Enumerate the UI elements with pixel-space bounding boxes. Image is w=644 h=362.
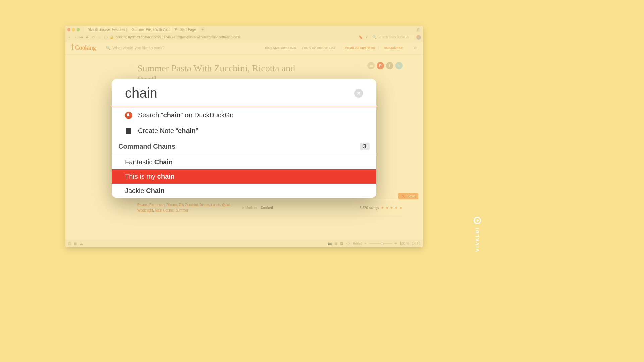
- ratings-count: 5,570 ratings: [360, 206, 379, 210]
- nav-grocery[interactable]: YOUR GROCERY LIST: [302, 46, 336, 50]
- url-field[interactable]: cooking.nytimes.com/recipes/1017463-summ…: [116, 35, 240, 39]
- closed-tabs-icon[interactable]: 🗑: [417, 27, 420, 32]
- recipe-tags: Pastas, Parmesan, Ricotta, Ziti, Zucchin…: [137, 202, 241, 213]
- share-buttons: ✉ P f t: [367, 62, 403, 69]
- dropdown-icon[interactable]: ▾: [365, 35, 369, 39]
- shield-icon[interactable]: ◯: [104, 35, 108, 39]
- qc-input[interactable]: [125, 85, 354, 101]
- vivaldi-watermark: VIVALDI: [474, 217, 481, 252]
- recipe-search[interactable]: 🔍 What would you like to cook?: [106, 46, 206, 50]
- save-button[interactable]: 🔖 Save: [398, 193, 418, 199]
- tag-link[interactable]: Pastas: [137, 203, 148, 207]
- close-icon[interactable]: ✕: [354, 89, 363, 98]
- gear-icon[interactable]: ⚙: [413, 46, 417, 50]
- vivaldi-logo-icon: [474, 217, 481, 224]
- tab-label: Start Page: [180, 28, 196, 32]
- quick-commands-dialog: ✕ Search “chain” on DuckDuckGo Create No…: [112, 79, 376, 198]
- minimize-window-icon[interactable]: [72, 28, 75, 31]
- tag-link[interactable]: Parmesan: [149, 203, 165, 207]
- zoom-slider[interactable]: [369, 243, 392, 244]
- site-header: İCooking 🔍 What would you like to cook? …: [65, 41, 423, 55]
- home-button[interactable]: ⌂: [98, 35, 102, 39]
- new-tab-button[interactable]: +: [200, 27, 205, 32]
- tag-link[interactable]: Weeknight: [137, 208, 153, 212]
- facebook-share-icon[interactable]: f: [386, 62, 393, 69]
- nav-bbq[interactable]: BBQ AND GRILLING: [265, 46, 297, 50]
- zoom-in-icon[interactable]: +: [395, 242, 397, 245]
- email-share-icon[interactable]: ✉: [367, 62, 375, 69]
- panel-toggle-icon[interactable]: ▥: [68, 242, 71, 245]
- recipe-search-placeholder: What would you like to cook?: [112, 46, 164, 50]
- tag-link[interactable]: Summer: [176, 208, 189, 212]
- bookmark-icon: 🔖: [402, 194, 406, 198]
- site-logo[interactable]: İCooking: [71, 44, 96, 51]
- fast-forward-button[interactable]: ⏭: [86, 35, 90, 39]
- devtools-icon[interactable]: <>: [346, 242, 350, 245]
- qc-section-count: 3: [360, 143, 370, 150]
- header-nav: BBQ AND GRILLING YOUR GROCERY LIST YOUR …: [265, 46, 404, 50]
- profile-avatar-icon[interactable]: [416, 35, 421, 40]
- mark-cooked[interactable]: ⊘ Mark as Cooked: [241, 202, 273, 213]
- qc-section-command-chains: Command Chains 3: [112, 139, 376, 155]
- qc-result-item[interactable]: This is my chain: [112, 169, 376, 184]
- status-bar: ▥ ▦ ☁ 📷 ▦ 🖼 <> Reset − + 100 % 14:48: [65, 240, 423, 247]
- search-field[interactable]: 🔍 Search DuckDuckGo: [371, 35, 414, 40]
- tag-link[interactable]: Quick: [222, 203, 231, 207]
- ratings: 5,570 ratings ★ ★ ★ ★ ★: [360, 202, 403, 213]
- search-icon: 🔍: [372, 35, 376, 39]
- twitter-share-icon[interactable]: t: [395, 62, 403, 69]
- recipe-meta: Pastas, Parmesan, Ricotta, Ziti, Zucchin…: [137, 199, 403, 217]
- tag-link[interactable]: Ricotta: [166, 203, 177, 207]
- back-button[interactable]: ‹: [67, 35, 71, 39]
- image-toggle-icon[interactable]: 🖼: [340, 242, 343, 245]
- page-actions-icon[interactable]: ▦: [334, 242, 337, 245]
- qc-search-web[interactable]: Search “chain” on DuckDuckGo: [112, 107, 376, 123]
- pinterest-share-icon[interactable]: P: [377, 62, 384, 69]
- nav-subscribe[interactable]: SUBSCRIBE: [384, 46, 403, 50]
- tab-vivaldi-features[interactable]: Vivaldi Browser Features |: [84, 26, 127, 33]
- tab-start-page[interactable]: Start Page: [172, 26, 198, 33]
- check-circle-icon: ⊘: [241, 206, 244, 210]
- tag-link[interactable]: Main Course: [155, 208, 174, 212]
- tab-label: Summer Pasta With Zucc: [132, 28, 170, 32]
- maximize-window-icon[interactable]: [77, 28, 80, 31]
- window-controls: [67, 28, 80, 31]
- zoom-reset[interactable]: Reset: [353, 242, 362, 245]
- note-icon: [125, 127, 132, 135]
- search-placeholder: Search DuckDuckGo: [377, 35, 409, 39]
- lock-icon: 🔒: [110, 35, 114, 39]
- sync-icon[interactable]: ☁: [79, 242, 83, 245]
- stars-icon: ★ ★ ★ ★ ★: [381, 206, 403, 210]
- tag-link[interactable]: Lunch: [211, 203, 220, 207]
- nav-recipe-box[interactable]: YOUR RECIPE BOX: [341, 46, 379, 50]
- close-window-icon[interactable]: [67, 28, 70, 31]
- grid-favicon-icon: [175, 28, 178, 31]
- tab-label: Vivaldi Browser Features |: [88, 28, 127, 32]
- qc-input-row: ✕: [112, 79, 376, 107]
- duckduckgo-icon: [125, 112, 132, 119]
- qc-result-item[interactable]: Jackie Chain: [112, 184, 376, 198]
- zoom-out-icon[interactable]: −: [364, 242, 366, 245]
- qc-result-item[interactable]: Fantastic Chain: [112, 155, 376, 169]
- reload-button[interactable]: ⟳: [92, 35, 96, 39]
- tag-link[interactable]: Ziti: [179, 203, 183, 207]
- clock: 14:48: [412, 242, 420, 245]
- qc-create-note[interactable]: Create Note “chain”: [112, 123, 376, 139]
- zoom-value: 100 %: [400, 242, 409, 245]
- tab-strip: Vivaldi Browser Features | Summer Pasta …: [65, 26, 423, 33]
- tab-summer-pasta[interactable]: Summer Pasta With Zucc: [128, 26, 172, 33]
- tag-link[interactable]: Dinner: [200, 203, 209, 207]
- bookmark-icon[interactable]: 🔖: [359, 35, 363, 39]
- search-icon: 🔍: [106, 46, 111, 50]
- tag-link[interactable]: Zucchini: [185, 203, 198, 207]
- address-bar: ‹ › ⏮ ⏭ ⟳ ⌂ ◯ 🔒 cooking.nytimes.com/reci…: [65, 33, 423, 41]
- rewind-button[interactable]: ⏮: [79, 35, 84, 39]
- tiling-icon[interactable]: ▦: [74, 242, 77, 245]
- forward-button[interactable]: ›: [73, 35, 77, 39]
- capture-icon[interactable]: 📷: [328, 242, 332, 245]
